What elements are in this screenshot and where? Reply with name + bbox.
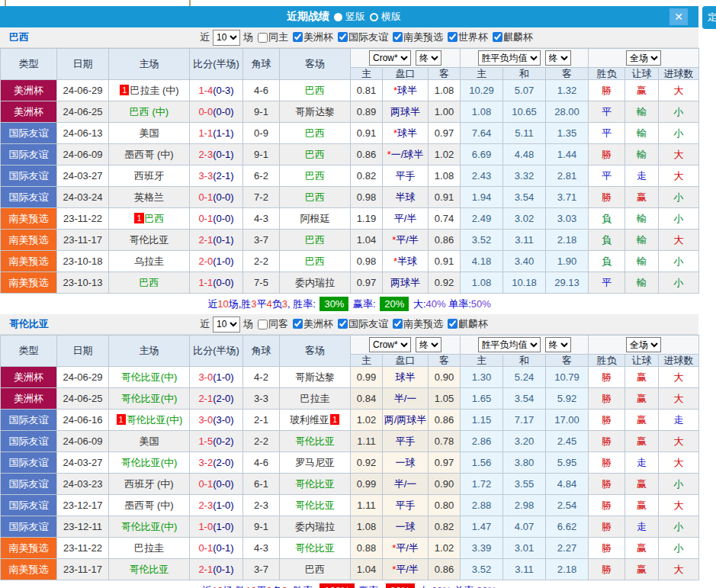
avg-draw-cell: 7.17: [503, 410, 546, 431]
close-icon[interactable]: ✕: [669, 8, 688, 25]
match-count-select[interactable]: 10: [213, 316, 240, 333]
col-corner: 角球: [243, 336, 280, 367]
date-cell: 24-06-29: [57, 80, 109, 101]
summary-segment: 20%: [380, 297, 409, 311]
match-count-select[interactable]: 10: [213, 30, 240, 46]
result-cell: 負: [589, 230, 625, 251]
score-cell: 3-3(2-1): [190, 165, 243, 187]
handicap-result-cell: 輸: [625, 230, 659, 251]
corner-cell: 3-7: [243, 559, 280, 580]
sub-win: 主: [461, 355, 503, 367]
corner-cell: 4-2: [243, 367, 280, 388]
cup-checkbox[interactable]: [393, 32, 403, 42]
layout-horizontal-radio[interactable]: 横版: [370, 10, 401, 24]
fulltime-score: 0-1: [198, 542, 213, 554]
away-team-cell: 哥斯达黎: [280, 367, 351, 388]
cup-checkbox[interactable]: [448, 319, 458, 329]
avg-lose-cell: 2.18: [546, 230, 589, 251]
cup-filter[interactable]: 美洲杯: [288, 317, 333, 331]
cup-filter[interactable]: 美洲杯: [288, 31, 333, 44]
section-colombia-filter-row: 哥伦比亚 近 10 场 同客 美洲杯国际友谊南美预选麒麟杯: [0, 314, 698, 335]
scope-select[interactable]: 全场: [626, 337, 661, 352]
match-row: 国际友谊23-12-17墨西哥 (中)2-3(1-0)2-3哥伦比亚1.11平手…: [1, 495, 699, 516]
home-team-cell: 哥伦比亚(中): [109, 452, 190, 474]
avg-lose-cell: 5.92: [546, 388, 589, 410]
home-team-cell: 哥伦比亚(中): [109, 367, 190, 388]
result-cell: 勝: [589, 80, 625, 101]
away-odds-cell: 0.92: [429, 272, 461, 294]
result-cell: 勝: [589, 187, 625, 208]
halftime-score: (0-0): [213, 277, 233, 288]
away-odds-cell: 1.08: [429, 80, 461, 101]
cup-filter[interactable]: 麒麟杯: [488, 31, 533, 44]
same-away-checkbox[interactable]: [258, 320, 268, 329]
odds-company-select[interactable]: Crow*: [369, 337, 411, 352]
home-team-cell: 哥伦比亚(中): [109, 516, 190, 538]
sub-away: 客: [429, 355, 461, 367]
score-cell: 0-1(0-0): [190, 187, 243, 208]
away-team-name: 巴西: [305, 564, 325, 575]
cup-checkbox[interactable]: [393, 319, 403, 329]
cup-checkbox[interactable]: [448, 32, 458, 42]
avg-stage-select[interactable]: 终: [545, 50, 571, 66]
scope-select-group: 全场: [589, 49, 699, 68]
cup-filter[interactable]: 南美预选: [388, 317, 443, 331]
rank-badge: 1: [117, 414, 126, 425]
cup-checkbox[interactable]: [293, 32, 303, 42]
handicap-cell: 平手: [383, 495, 429, 516]
cup-filter[interactable]: 南美预选: [388, 31, 443, 44]
avg-stage-select[interactable]: 终: [545, 337, 571, 352]
away-team-cell: 巴西: [280, 559, 351, 580]
cup-filter[interactable]: 世界杯: [443, 31, 488, 44]
date-cell: 24-06-16: [57, 410, 109, 431]
cup-checkbox[interactable]: [293, 319, 303, 329]
home-odds-cell: 0.99: [351, 474, 383, 495]
goals-cell: 大: [659, 388, 699, 410]
goals-cell: 大: [659, 165, 699, 187]
side-tab-button[interactable]: 定: [702, 6, 716, 29]
fulltime-score: 1-0: [198, 521, 213, 532]
same-home-checkbox[interactable]: [258, 33, 268, 43]
score-cell: 3-2(2-0): [190, 452, 243, 474]
fulltime-score: 0-1: [198, 478, 213, 490]
scope-select[interactable]: 全场: [626, 50, 661, 66]
col-corner: 角球: [243, 49, 280, 80]
home-team-name: 美国: [140, 435, 159, 447]
league-cell: 国际友谊: [1, 474, 57, 495]
avg-win-cell: 1.47: [461, 516, 503, 538]
cup-filter[interactable]: 国际友谊: [333, 31, 388, 44]
avg-draw-cell: 3.55: [503, 474, 546, 495]
cup-filter[interactable]: 麒麟杯: [443, 317, 488, 331]
home-odds-cell: 1.02: [351, 410, 383, 431]
result-cell: 勝: [589, 559, 625, 580]
corner-cell: 7-2: [243, 187, 280, 208]
cup-checkbox[interactable]: [338, 32, 348, 42]
league-cell: 美洲杯: [1, 367, 57, 388]
avg-type-select[interactable]: 胜平负均值: [478, 50, 541, 66]
result-cell: 勝: [589, 367, 625, 388]
cup-checkbox[interactable]: [493, 32, 502, 42]
cup-checkbox[interactable]: [338, 319, 348, 329]
handicap-cell: 一球: [383, 516, 429, 538]
odds-company-select[interactable]: Crow*: [369, 50, 411, 66]
handicap-cell: 平手: [383, 165, 429, 187]
away-odds-cell: 1.05: [429, 388, 461, 410]
handicap-result-cell: 輸: [625, 251, 659, 272]
handicap-text: 一球: [396, 521, 416, 532]
avg-type-select[interactable]: 胜平负均值: [478, 337, 541, 352]
league-cell: 南美预选: [1, 272, 57, 294]
cup-filter[interactable]: 国际友谊: [333, 317, 388, 331]
goals-cell: 大: [659, 559, 699, 580]
home-odds-cell: 0.86: [351, 144, 383, 165]
layout-vertical-radio[interactable]: 竖版: [334, 10, 365, 24]
handicap-text: 平/半: [396, 564, 419, 575]
odds-stage-select[interactable]: 终: [416, 50, 441, 66]
away-team-cell: 巴西: [280, 123, 351, 144]
home-team-cell: 英格兰: [109, 187, 190, 208]
halftime-score: (1-0): [213, 255, 233, 267]
handicap-text: 平手: [396, 435, 416, 447]
avg-lose-cell: 2.27: [546, 538, 589, 559]
halftime-score: (1-0): [213, 371, 233, 383]
away-team-cell: 巴西: [280, 187, 351, 208]
odds-stage-select[interactable]: 终: [416, 337, 441, 352]
